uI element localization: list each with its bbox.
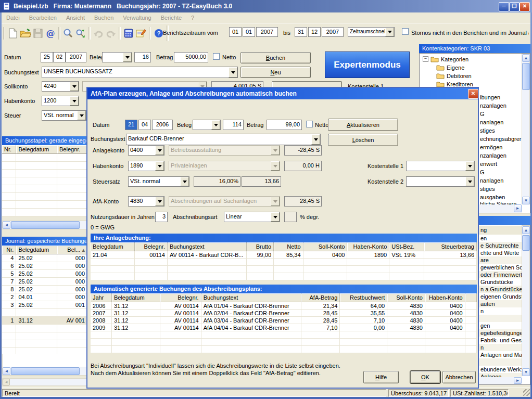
stack-hscrollbar[interactable]: ◄	[2, 221, 87, 229]
table-header-row[interactable]: BelegdatumBelegnr.BuchungstextBruttoNett…	[91, 242, 477, 251]
column-header[interactable]: Belegdatum	[111, 293, 160, 302]
tree-item-kategorien[interactable]: − Kategorien	[423, 56, 468, 62]
chevron-down-icon[interactable]	[180, 177, 189, 186]
period-from-month[interactable]: 01	[243, 27, 255, 37]
tree-item-fragment[interactable]: G	[480, 111, 530, 117]
table-row[interactable]	[2, 325, 87, 332]
chevron-down-icon[interactable]	[465, 161, 474, 171]
chevron-down-icon[interactable]	[211, 120, 220, 130]
table-row[interactable]	[91, 273, 477, 280]
table-row[interactable]	[91, 266, 477, 273]
period-to-month[interactable]: 12	[308, 27, 321, 37]
tree-item-fragment[interactable]: nzanlagen	[480, 152, 530, 159]
menu-item-ansicht[interactable]: Ansicht	[61, 13, 90, 22]
tree-item-fragment[interactable]: ausgaben	[480, 194, 530, 200]
dlg-beleg-nr[interactable]: 114	[223, 120, 244, 130]
chevron-down-icon[interactable]	[311, 134, 320, 145]
edit-note-icon[interactable]	[135, 27, 147, 40]
chevron-down-icon[interactable]	[271, 212, 280, 222]
column-header[interactable]: Buchungstext	[167, 242, 246, 251]
dlg-betrag-field[interactable]: 99,00	[267, 120, 302, 130]
column-header[interactable]: Buchungstext	[201, 293, 301, 302]
table-row[interactable]: 825.02000	[2, 286, 87, 293]
column-header[interactable]: Nr.	[2, 246, 16, 254]
table-row[interactable]: 200931.12AV 00114AfA 04/04 - Barkauf CDR…	[91, 324, 477, 331]
netto-checkbox[interactable]	[213, 53, 220, 60]
dlg-buchungstext-combo[interactable]: Barkauf CDR-Brenner	[126, 134, 321, 145]
chevron-down-icon[interactable]	[465, 177, 474, 186]
close-button[interactable]: ✕	[520, 2, 530, 11]
form-month[interactable]: 02	[53, 52, 66, 62]
dlg-month-field[interactable]: 04	[138, 120, 151, 130]
table-row[interactable]	[91, 346, 477, 353]
period-from-day[interactable]: 01	[229, 27, 242, 37]
table-row[interactable]	[2, 185, 87, 193]
column-header[interactable]: USt-Bez.	[389, 242, 424, 251]
tree-item-fragment[interactable]: nanlagen	[480, 177, 530, 184]
dlg-day-field[interactable]: 21	[125, 120, 137, 130]
table-row[interactable]: 625.02000	[2, 262, 87, 270]
calculator-icon[interactable]	[122, 27, 135, 40]
period-from-year[interactable]: 2007	[256, 27, 278, 37]
table-row[interactable]	[2, 177, 87, 185]
column-header[interactable]: Bel... ▴	[57, 246, 87, 254]
column-header[interactable]: Belegnr.	[135, 242, 168, 251]
abschreibungsart-combo[interactable]: Linear	[224, 212, 280, 222]
ok-button[interactable]: OK	[410, 371, 440, 383]
scroll-thumb[interactable]	[522, 63, 530, 90]
afa-konto-combo[interactable]: 4830	[128, 196, 164, 207]
scroll-down-icon[interactable]: ▼	[522, 368, 530, 376]
storno-checkbox[interactable]	[402, 28, 409, 35]
tree-item-fragment[interactable]: echnungsabgrer	[480, 136, 530, 142]
tree-item-fragment[interactable]: G	[480, 169, 530, 175]
menu-item-verwaltung[interactable]: Verwaltung	[118, 13, 156, 22]
accounts-vscrollbar[interactable]: ▲ ▼	[522, 225, 530, 376]
scroll-right-icon[interactable]: ►	[514, 204, 522, 212]
table-row[interactable]	[2, 170, 87, 177]
beleg-nr-field[interactable]: 16	[134, 52, 151, 62]
secondary-hscrollbar[interactable]: ◄	[2, 378, 87, 386]
betrag-field[interactable]: 5000,00	[174, 52, 208, 62]
minimize-button[interactable]: ─	[499, 2, 509, 11]
menu-item-datei[interactable]: Datei	[2, 13, 24, 22]
column-header[interactable]: AfA-Betrag	[301, 293, 340, 302]
dlg-beleg-combo[interactable]	[193, 120, 221, 130]
table-row[interactable]	[2, 309, 87, 317]
tree-item-fragment[interactable]: stiges	[480, 186, 530, 192]
table-header-row[interactable]: JahrBelegdatumBelegnr.BuchungstextAfA-Be…	[91, 293, 477, 302]
dialog-close-icon[interactable]: ✕	[468, 89, 478, 99]
table-row[interactable]	[2, 193, 87, 201]
column-header[interactable]: Belegnr.	[160, 293, 201, 302]
steuer-combo[interactable]: VSt. normal	[42, 110, 86, 121]
abbrechen-button[interactable]: Abbrechen	[442, 371, 476, 383]
table-row[interactable]: 200731.12AV 00114AfA 02/04 - Barkauf CDR…	[91, 310, 477, 317]
table-row[interactable]	[91, 259, 477, 266]
period-to-day[interactable]: 31	[295, 27, 307, 37]
menu-item-?[interactable]: ?	[186, 13, 199, 22]
chevron-down-icon[interactable]	[70, 82, 79, 91]
table-row[interactable]	[91, 339, 477, 346]
chevron-down-icon[interactable]	[123, 53, 132, 62]
table-row[interactable]	[2, 340, 87, 348]
save-icon[interactable]	[32, 27, 44, 40]
scroll-right-icon[interactable]: ►	[514, 377, 522, 384]
table-row[interactable]: 325.02001	[2, 301, 87, 309]
scroll-left-icon[interactable]: ◄	[3, 367, 10, 375]
period-to-year[interactable]: 2007	[322, 27, 344, 37]
chevron-down-icon[interactable]	[155, 161, 164, 171]
tree-item-debitoren[interactable]: Debitoren	[436, 72, 472, 79]
table-row[interactable]	[2, 162, 87, 170]
scroll-thumb[interactable]	[11, 367, 80, 375]
steuersatz-combo[interactable]: VSt. normal	[128, 176, 189, 187]
tree-item-fragment[interactable]: ibungen	[480, 94, 530, 100]
buchungstext-combo[interactable]: UNSER BUCHUNGSSATZ	[42, 67, 238, 78]
table-row[interactable]	[2, 154, 87, 162]
chevron-down-icon[interactable]	[155, 146, 164, 155]
tree-item-fragment[interactable]: nanlagen	[480, 119, 530, 125]
table-row[interactable]: 21.0400114AV 00114 - Barkauf CDR-B...99,…	[91, 251, 477, 259]
period-quickselect-combo[interactable]: Zeitraumschnellanwahl	[348, 27, 395, 37]
tree-item-eigene[interactable]: Eigene	[436, 64, 464, 71]
kostenstelle2-combo[interactable]	[406, 176, 475, 187]
habenkonto-combo[interactable]: 1200	[42, 96, 79, 106]
column-header[interactable]: Soll-Konto	[387, 293, 425, 302]
